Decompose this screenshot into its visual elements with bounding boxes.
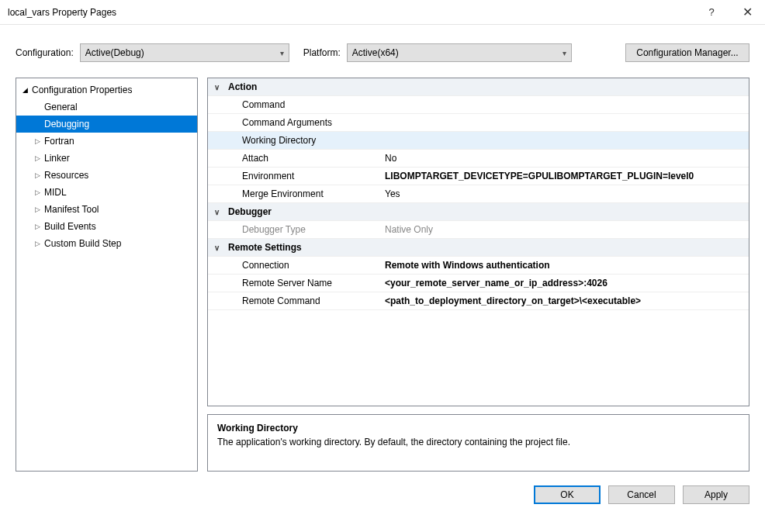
- triangle-right-icon: ▷: [32, 223, 43, 230]
- grid-value[interactable]: Remote with Windows authentication: [380, 260, 749, 271]
- grid-row[interactable]: Merge EnvironmentYes: [208, 185, 749, 203]
- grid-key: Working Directory: [225, 135, 380, 146]
- triangle-right-icon: ▷: [32, 240, 43, 247]
- grid-key: Debugger Type: [225, 224, 380, 235]
- tree-item-linker[interactable]: ▷ Linker: [16, 150, 197, 167]
- chevron-down-icon: ▾: [280, 49, 284, 57]
- grid-value[interactable]: LIBOMPTARGET_DEVICETYPE=GPULIBOMPTARGET_…: [380, 171, 749, 181]
- grid-category[interactable]: Remote Settings: [208, 239, 749, 257]
- triangle-right-icon: ▷: [32, 206, 43, 213]
- grid-key: Attach: [225, 153, 380, 164]
- apply-button[interactable]: Apply: [683, 485, 749, 504]
- grid-row[interactable]: ConnectionRemote with Windows authentica…: [208, 257, 749, 275]
- tree-item-custom-build-step[interactable]: ▷ Custom Build Step: [16, 235, 197, 252]
- configuration-label: Configuration:: [16, 47, 74, 58]
- collapse-icon[interactable]: [208, 244, 225, 252]
- grid-value[interactable]: No: [380, 153, 749, 164]
- configuration-select[interactable]: Active(Debug) ▾: [80, 43, 289, 62]
- grid-value[interactable]: Yes: [380, 188, 749, 199]
- grid-row[interactable]: Command Arguments: [208, 114, 749, 132]
- platform-label: Platform:: [303, 47, 341, 58]
- tree-item-build-events[interactable]: ▷ Build Events: [16, 218, 197, 235]
- tree-item-general[interactable]: ▷ General: [16, 98, 197, 116]
- collapse-icon[interactable]: [208, 83, 225, 92]
- triangle-right-icon: ▷: [32, 137, 43, 145]
- configuration-value: Active(Debug): [85, 47, 144, 58]
- grid-key: Connection: [225, 260, 380, 271]
- grid-row[interactable]: Remote Server Name<your_remote_server_na…: [208, 275, 749, 292]
- window-title: local_vars Property Pages: [8, 7, 694, 18]
- description-body: The application's working directory. By …: [217, 437, 739, 447]
- platform-value: Active(x64): [352, 47, 399, 58]
- triangle-right-icon: ▷: [32, 188, 43, 196]
- grid-row[interactable]: Command: [208, 96, 749, 114]
- tree-item-debugging[interactable]: ▷ Debugging: [16, 116, 197, 133]
- grid-row[interactable]: AttachNo: [208, 150, 749, 168]
- tree-view[interactable]: ◢ Configuration Properties ▷ General ▷ D…: [16, 78, 198, 472]
- grid-category-title: Remote Settings: [225, 242, 380, 253]
- grid-key: Remote Server Name: [225, 278, 380, 288]
- grid-key: Merge Environment: [225, 188, 380, 199]
- grid-category[interactable]: Action: [208, 78, 749, 96]
- grid-category[interactable]: Debugger: [208, 203, 749, 221]
- tree-item-midl[interactable]: ▷ MIDL: [16, 184, 197, 201]
- grid-key: Command: [225, 99, 380, 110]
- chevron-down-icon: ▾: [562, 49, 566, 57]
- titlebar: local_vars Property Pages ? ✕: [0, 0, 765, 25]
- collapse-icon[interactable]: [208, 208, 225, 216]
- triangle-right-icon: ▷: [32, 154, 43, 162]
- grid-value[interactable]: <path_to_deployment_directory_on_target>…: [380, 295, 749, 306]
- grid-value[interactable]: Native Only: [380, 224, 749, 235]
- titlebar-controls: ? ✕: [694, 0, 765, 24]
- config-toolbar: Configuration: Active(Debug) ▾ Platform:…: [0, 25, 765, 78]
- cancel-button[interactable]: Cancel: [608, 485, 675, 504]
- grid-row[interactable]: EnvironmentLIBOMPTARGET_DEVICETYPE=GPULI…: [208, 168, 749, 185]
- platform-select[interactable]: Active(x64) ▾: [347, 43, 572, 62]
- grid-value[interactable]: <your_remote_server_name_or_ip_address>:…: [380, 278, 749, 288]
- grid-key: Command Arguments: [225, 117, 380, 128]
- property-grid[interactable]: ActionCommandCommand ArgumentsWorking Di…: [207, 78, 749, 406]
- tree-root[interactable]: ◢ Configuration Properties: [16, 81, 197, 98]
- grid-row[interactable]: Working Directory: [208, 132, 749, 150]
- grid-row[interactable]: Remote Command<path_to_deployment_direct…: [208, 292, 749, 310]
- grid-row[interactable]: Debugger TypeNative Only: [208, 221, 749, 239]
- tree-item-resources[interactable]: ▷ Resources: [16, 167, 197, 184]
- triangle-right-icon: ▷: [32, 171, 43, 179]
- grid-key: Remote Command: [225, 295, 380, 306]
- tree-item-manifest-tool[interactable]: ▷ Manifest Tool: [16, 201, 197, 218]
- grid-category-title: Action: [225, 81, 380, 92]
- dialog-footer: OK Cancel Apply: [0, 478, 765, 515]
- description-title: Working Directory: [217, 423, 739, 434]
- description-pane: Working Directory The application's work…: [207, 414, 749, 472]
- help-button[interactable]: ?: [694, 0, 729, 24]
- ok-button[interactable]: OK: [534, 485, 601, 504]
- grid-category-title: Debugger: [225, 206, 380, 217]
- triangle-down-icon: ◢: [19, 86, 30, 94]
- grid-key: Environment: [225, 171, 380, 181]
- tree-item-fortran[interactable]: ▷ Fortran: [16, 133, 197, 150]
- configuration-manager-button[interactable]: Configuration Manager...: [625, 43, 749, 62]
- close-button[interactable]: ✕: [729, 0, 765, 24]
